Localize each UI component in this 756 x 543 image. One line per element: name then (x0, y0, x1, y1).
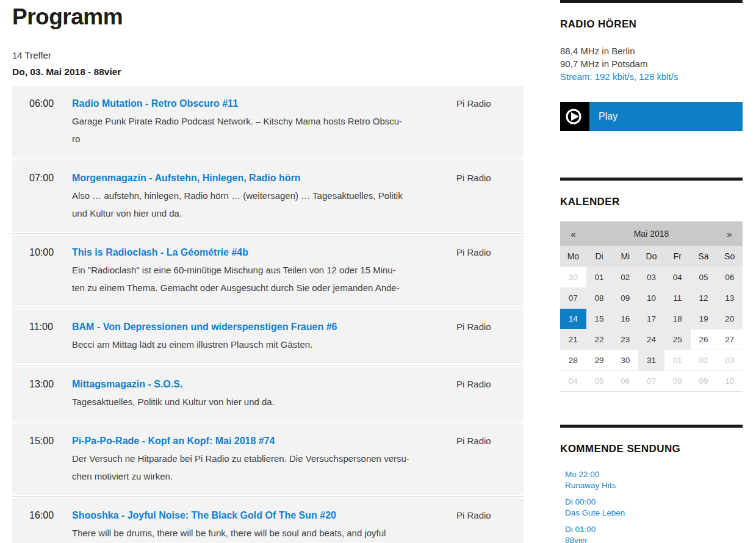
program-station: Pi Radio (456, 245, 492, 297)
program-station: Pi Radio (456, 170, 492, 222)
calendar-day[interactable]: 25 (664, 329, 691, 350)
calendar-day[interactable]: 18 (664, 309, 691, 329)
program-list: 06:00Radio Mutation - Retro Obscuro #11G… (12, 86, 524, 543)
program-row: 10:00This is Radioclash - La Géométrie #… (12, 235, 524, 306)
program-title-link[interactable]: Morgenmagazin - Aufstehn, Hinlegen, Radi… (72, 170, 301, 186)
program-time: 13:00 (29, 376, 72, 411)
calendar-day[interactable]: 13 (716, 288, 743, 308)
page: Programm 14 Treffer Do, 03. Mai 2018 - 8… (0, 0, 756, 543)
calendar-day[interactable]: 21 (560, 329, 586, 350)
program-description-line: chen motiviert zu wirken. (72, 468, 456, 486)
program-description-line: Also … aufstehn, hinlegen, Radio hörn … … (72, 187, 456, 205)
calendar-day[interactable]: 01 (586, 267, 613, 287)
play-button[interactable]: Play (560, 102, 743, 131)
program-body: This is Radioclash - La Géométrie #4bEin… (72, 245, 456, 297)
program-row: 13:00Mittagsmagazin - S.O.S.Tagesaktuell… (12, 367, 524, 421)
program-title-link[interactable]: Radio Mutation - Retro Obscuro #11 (72, 96, 238, 112)
program-title-link[interactable]: Mittagsmagazin - S.O.S. (72, 376, 182, 392)
calendar-prev-button[interactable]: « (560, 229, 586, 239)
page-title: Programm (12, 4, 524, 31)
program-title-link[interactable]: BAM - Von Depressionen und widerspenstig… (72, 319, 337, 335)
program-title-link[interactable]: Pi-Pa-Po-Rade - Kopf an Kopf: Mai 2018 #… (72, 433, 275, 449)
program-description: There will be drums, there will be funk,… (72, 525, 456, 543)
calendar-day[interactable]: 03 (638, 267, 664, 287)
program-body: Pi-Pa-Po-Rade - Kopf an Kopf: Mai 2018 #… (72, 433, 456, 485)
calendar-dayname: Mi (612, 251, 638, 261)
program-time: 15:00 (29, 433, 72, 485)
program-time: 06:00 (29, 96, 72, 148)
results-count: 14 Treffer (12, 49, 524, 61)
calendar-month-label: Mai 2018 (586, 229, 716, 239)
program-description-line: Ein "Radioclash" ist eine 60-minütige Mi… (72, 262, 456, 279)
program-row: 07:00Morgenmagazin - Aufstehn, Hinlegen,… (12, 160, 524, 232)
calendar-day[interactable]: 12 (691, 288, 717, 308)
calendar-day[interactable]: 14 (560, 309, 586, 329)
calendar-day: 04 (560, 371, 586, 391)
calendar-day[interactable]: 19 (691, 309, 717, 329)
radio-hoeren-heading: RADIO HÖREN (560, 18, 743, 30)
program-row: 15:00Pi-Pa-Po-Rade - Kopf an Kopf: Mai 2… (12, 423, 524, 495)
calendar-body: 3001020304050607080910111213141516171819… (560, 267, 743, 391)
calendar-day[interactable]: 15 (586, 309, 613, 329)
program-body: BAM - Von Depressionen und widerspenstig… (72, 319, 456, 354)
stream-links: Stream: 192 kbit/s, 128 kbit/s (560, 70, 743, 83)
main-content: Programm 14 Treffer Do, 03. Mai 2018 - 8… (12, 0, 524, 543)
calendar-day[interactable]: 22 (586, 329, 613, 350)
date-heading: Do, 03. Mai 2018 - 88vier (12, 66, 524, 77)
calendar-day: 03 (716, 350, 743, 370)
calendar-week-row: 07080910111213 (560, 287, 743, 308)
program-description-line: Garage Punk Pirate Radio Podcast Network… (72, 113, 456, 131)
program-description-line: There will be drums, there will be funk,… (72, 525, 456, 542)
calendar-dayname: Do (638, 251, 664, 261)
frequency-potsdam: 90,7 MHz in Potsdam (560, 57, 743, 70)
upcoming-item-link[interactable]: Di 01:0088vier (560, 524, 743, 543)
calendar-day: 01 (664, 350, 691, 370)
kalender-heading: KALENDER (560, 196, 743, 207)
calendar-day[interactable]: 20 (716, 309, 743, 329)
calendar-day[interactable]: 31 (638, 350, 664, 370)
program-description-line: Der Versuch ne Hitparade bei Pi Radio zu… (72, 450, 456, 468)
upcoming-item-title: Runaway Hits (565, 480, 743, 491)
calendar-day[interactable]: 08 (586, 288, 613, 308)
upcoming-item-link[interactable]: Di 00:00Das Gute Leben (560, 497, 743, 518)
program-body: Radio Mutation - Retro Obscuro #11Garage… (72, 96, 456, 148)
calendar-week-row: 28293031010203 (560, 350, 743, 370)
program-description-line: ro (72, 131, 456, 148)
program-description-line: und Kultur von hier und da. (72, 205, 456, 223)
calendar-daynames-row: MoDiMiDoFrSaSo (560, 246, 743, 267)
program-body: Shooshka - Joyful Noise: The Black Gold … (72, 508, 456, 543)
program-title-link[interactable]: This is Radioclash - La Géométrie #4b (72, 245, 248, 261)
calendar-dayname: So (716, 251, 743, 261)
calendar-dayname: Fr (664, 251, 691, 261)
program-time: 11:00 (29, 319, 72, 354)
calendar-day: 27 (716, 329, 743, 350)
program-station: Pi Radio (456, 376, 492, 411)
program-row: 16:00Shooshka - Joyful Noise: The Black … (12, 498, 524, 543)
calendar-day[interactable]: 17 (638, 309, 664, 329)
sidebar: RADIO HÖREN 88,4 MHz in Berlin 90,7 MHz … (560, 0, 743, 543)
calendar-day: 28 (560, 350, 586, 370)
calendar-day[interactable]: 04 (664, 267, 691, 287)
calendar-week-row: 04050607080910 (560, 370, 743, 391)
calendar-day[interactable]: 10 (638, 288, 664, 308)
program-title-link[interactable]: Shooshka - Joyful Noise: The Black Gold … (72, 508, 336, 523)
stream-link-128[interactable]: 128 kbit/s (639, 71, 678, 82)
calendar-day[interactable]: 07 (560, 288, 586, 308)
calendar-day[interactable]: 09 (612, 288, 638, 308)
calendar-day[interactable]: 06 (716, 267, 743, 287)
stream-link-192[interactable]: Stream: 192 kbit/s (560, 71, 634, 82)
calendar: « Mai 2018 » MoDiMiDoFrSaSo 300102030405… (560, 221, 743, 392)
calendar-day[interactable]: 23 (612, 329, 638, 350)
calendar-day[interactable]: 02 (612, 267, 638, 287)
calendar-week-row: 30010203040506 (560, 267, 743, 287)
calendar-next-button[interactable]: » (716, 229, 743, 239)
calendar-day[interactable]: 24 (638, 329, 664, 350)
upcoming-item-link[interactable]: Mo 22:00Runaway Hits (560, 469, 743, 491)
calendar-day[interactable]: 16 (612, 309, 638, 329)
calendar-day[interactable]: 11 (664, 288, 691, 308)
calendar-day: 29 (586, 350, 613, 370)
calendar-day[interactable]: 05 (691, 267, 717, 287)
program-body: Mittagsmagazin - S.O.S.Tagesaktuelles, P… (72, 376, 456, 411)
program-description: Tagesaktuelles, Politik und Kultur von h… (72, 394, 456, 411)
calendar-week-row: 14151617181920 (560, 308, 743, 329)
